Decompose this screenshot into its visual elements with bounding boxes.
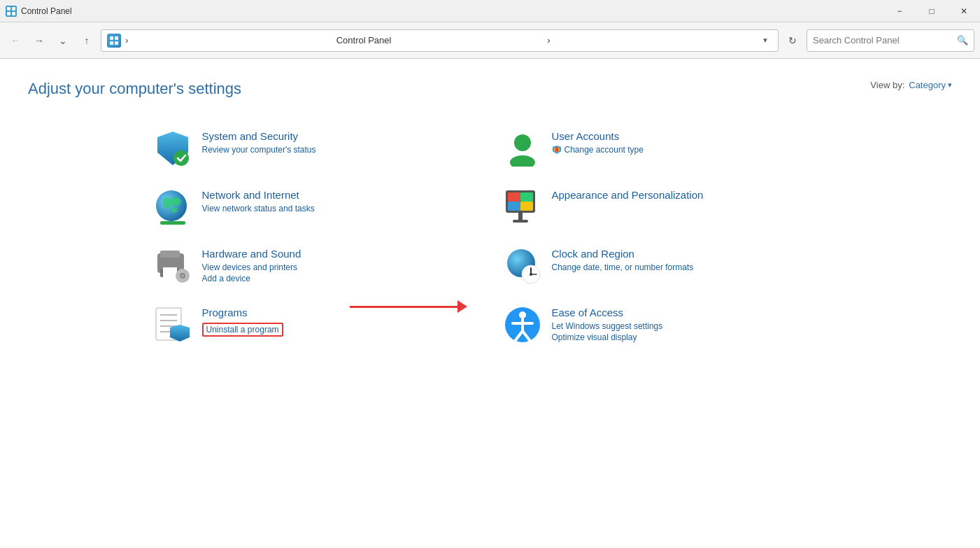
forward-button[interactable]: → — [29, 31, 49, 50]
search-icon: 🔍 — [957, 35, 968, 45]
svg-rect-1 — [7, 7, 10, 10]
svg-rect-7 — [115, 36, 118, 40]
ease-of-access-content: Ease of Access Let Windows suggest setti… — [552, 307, 826, 342]
page-title: Adjust your computer's settings — [28, 80, 241, 98]
up-button[interactable]: ↑ — [77, 31, 97, 50]
user-accounts-icon — [504, 130, 541, 167]
uninstall-program-link[interactable]: Uninstall a program — [202, 323, 283, 337]
clock-content: Clock and Region Change date, time, or n… — [552, 248, 826, 272]
svg-rect-8 — [110, 41, 113, 45]
system-security-icon — [155, 130, 191, 167]
titlebar-title: Control Panel — [21, 6, 72, 16]
page-header: Adjust your computer's settings View by:… — [28, 80, 952, 98]
hardware-icon — [155, 248, 191, 284]
svg-rect-2 — [12, 7, 15, 10]
svg-rect-26 — [520, 192, 533, 202]
breadcrumb-root: › — [125, 35, 332, 45]
arrow-line — [350, 306, 458, 308]
view-by-label: View by: — [870, 80, 904, 90]
svg-rect-28 — [520, 202, 533, 211]
user-accounts-content: User Accounts Change account type — [552, 130, 826, 155]
svg-rect-16 — [555, 149, 558, 152]
optimize-visual-link[interactable]: Optimize visual display — [552, 332, 826, 342]
svg-rect-25 — [508, 192, 520, 202]
svg-rect-34 — [163, 267, 177, 280]
appearance-icon — [504, 189, 541, 225]
appearance-content: Appearance and Personalization — [552, 189, 826, 204]
change-account-type-link[interactable]: Change account type — [564, 145, 644, 155]
category-system-security[interactable]: System and Security Review your computer… — [141, 119, 490, 178]
titlebar-left: Control Panel — [6, 6, 72, 17]
search-field[interactable]: 🔍 — [807, 29, 974, 52]
address-dropdown-button[interactable]: ▼ — [758, 34, 772, 48]
refresh-button[interactable]: ↻ — [783, 31, 802, 50]
category-clock[interactable]: Clock and Region Change date, time, or n… — [490, 237, 840, 295]
svg-point-12 — [514, 134, 531, 151]
titlebar-buttons: − □ ✕ — [883, 0, 980, 22]
view-by: View by: Category — [870, 80, 952, 90]
maximize-button[interactable]: □ — [916, 0, 948, 22]
svg-point-11 — [173, 150, 189, 166]
minimize-button[interactable]: − — [883, 0, 916, 22]
svg-rect-32 — [160, 251, 180, 258]
svg-rect-3 — [7, 12, 10, 15]
clock-icon — [504, 248, 541, 284]
windows-suggest-link[interactable]: Let Windows suggest settings — [552, 321, 826, 331]
appearance-title[interactable]: Appearance and Personalization — [552, 189, 826, 201]
close-button[interactable]: ✕ — [948, 0, 980, 22]
network-icon — [155, 189, 191, 225]
svg-rect-29 — [518, 213, 523, 220]
view-by-value[interactable]: Category — [909, 80, 952, 90]
ease-of-access-icon — [504, 307, 541, 343]
svg-rect-6 — [110, 36, 113, 40]
svg-point-19 — [163, 197, 171, 209]
view-devices-link[interactable]: View devices and printers — [202, 262, 476, 272]
category-network[interactable]: Network and Internet View network status… — [141, 178, 490, 237]
view-network-status-link[interactable]: View network status and tasks — [202, 204, 476, 213]
address-icon — [107, 34, 121, 48]
svg-rect-30 — [513, 220, 528, 223]
user-accounts-title[interactable]: User Accounts — [552, 130, 826, 142]
category-appearance[interactable]: Appearance and Personalization — [490, 178, 840, 237]
ease-of-access-title[interactable]: Ease of Access — [552, 307, 826, 318]
breadcrumb-current: Control Panel — [336, 35, 544, 45]
categories-grid: System and Security Review your computer… — [141, 119, 840, 354]
annotation-arrow — [350, 300, 467, 313]
titlebar-icon — [6, 6, 17, 17]
svg-point-13 — [510, 155, 535, 167]
network-content: Network and Internet View network status… — [202, 189, 476, 213]
hardware-content: Hardware and Sound View devices and prin… — [202, 248, 476, 283]
system-security-title[interactable]: System and Security — [202, 130, 476, 142]
hardware-title[interactable]: Hardware and Sound — [202, 248, 476, 260]
svg-point-21 — [171, 207, 178, 213]
change-date-link[interactable]: Change date, time, or number formats — [552, 262, 826, 272]
back-button[interactable]: ← — [6, 31, 25, 50]
category-ease-of-access[interactable]: Ease of Access Let Windows suggest setti… — [490, 295, 840, 354]
programs-icon — [155, 307, 191, 343]
category-hardware[interactable]: Hardware and Sound View devices and prin… — [141, 237, 490, 295]
svg-point-20 — [170, 197, 181, 206]
change-account-shield-icon — [552, 145, 562, 155]
addressbar: ← → ⌄ ↑ › Control Panel › ▼ ↻ 🔍 — [0, 22, 980, 59]
dropdown-recent-button[interactable]: ⌄ — [53, 31, 73, 50]
svg-rect-4 — [12, 12, 15, 15]
breadcrumb-arrow: › — [547, 35, 754, 45]
titlebar: Control Panel − □ ✕ — [0, 0, 980, 22]
svg-point-42 — [530, 273, 532, 276]
network-title[interactable]: Network and Internet — [202, 189, 476, 201]
address-field[interactable]: › Control Panel › ▼ — [101, 29, 779, 52]
clock-title[interactable]: Clock and Region — [552, 248, 826, 260]
review-computer-status-link[interactable]: Review your computer's status — [202, 145, 476, 155]
svg-point-18 — [156, 190, 187, 221]
main-content: Adjust your computer's settings View by:… — [0, 59, 980, 375]
svg-rect-27 — [508, 202, 520, 211]
svg-rect-9 — [115, 41, 118, 45]
category-user-accounts[interactable]: User Accounts Change account type — [490, 119, 840, 178]
arrow-head — [457, 300, 467, 313]
add-device-link[interactable]: Add a device — [202, 274, 476, 283]
system-security-content: System and Security Review your computer… — [202, 130, 476, 155]
svg-point-37 — [181, 274, 184, 277]
svg-rect-22 — [160, 221, 185, 225]
svg-rect-17 — [555, 148, 558, 149]
search-input[interactable] — [813, 35, 953, 45]
